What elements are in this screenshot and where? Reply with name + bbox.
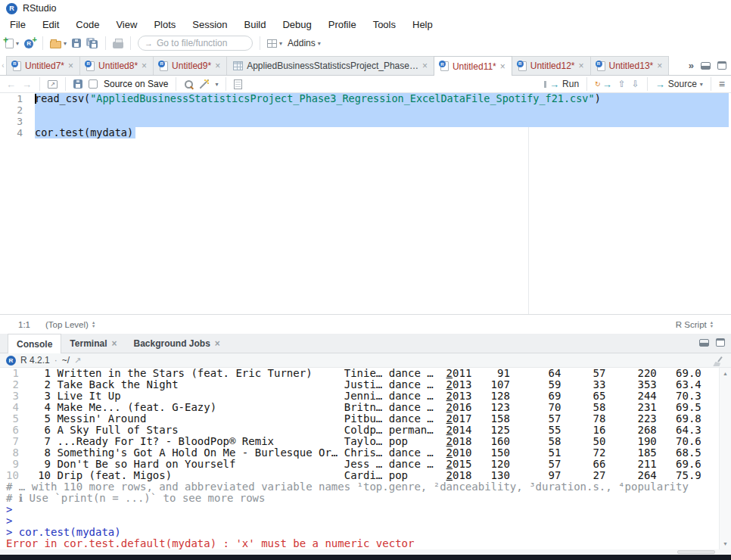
save-all-button[interactable] <box>86 38 98 48</box>
new-project-button[interactable]: R+ <box>24 39 36 48</box>
menu-item[interactable]: Plots <box>145 17 184 32</box>
line-number-gutter: 1 2 3 4 <box>0 93 30 138</box>
run-button[interactable]: →Run <box>544 79 579 90</box>
r-logo: R <box>6 356 16 366</box>
code-tools-icon[interactable] <box>200 79 209 89</box>
scroll-down-arrow[interactable]: ▼ <box>720 541 731 546</box>
save-all-icon <box>86 38 98 48</box>
new-file-button[interactable]: + ▾ <box>5 39 19 48</box>
console-output-row: 10 10 Drip (feat. Migos) Cardi… pop 2018… <box>6 470 719 481</box>
goto-file-function-box: → <box>138 36 253 51</box>
close-icon[interactable]: × <box>215 338 220 349</box>
menu-item[interactable]: Profile <box>320 17 365 32</box>
source-button[interactable]: →Source▾ <box>655 79 703 90</box>
menu-item[interactable]: Tools <box>365 17 404 32</box>
menu-item[interactable]: File <box>2 17 34 32</box>
minimize-pane-icon[interactable] <box>701 62 711 70</box>
r-script-icon: R <box>86 61 95 71</box>
go-to-previous-chunk-icon[interactable]: ⇧ <box>618 79 626 89</box>
r-script-icon: R <box>13 61 21 71</box>
editor-status-bar: 1:1 (Top Level) ▴▾ R Script ▴▾ <box>0 314 731 334</box>
file-type-selector[interactable]: R Script ▴▾ <box>676 320 713 329</box>
window-title: RStudio <box>23 3 56 14</box>
find-replace-icon[interactable] <box>184 79 194 89</box>
menu-item[interactable]: View <box>107 17 145 32</box>
save-button[interactable] <box>72 39 81 48</box>
close-icon[interactable]: × <box>657 61 662 71</box>
tab-untitled7[interactable]: RUntitled7*× <box>6 56 80 75</box>
tab-untitled9[interactable]: RUntitled9*× <box>153 56 227 75</box>
menu-item[interactable]: Session <box>184 17 235 32</box>
go-to-next-chunk-icon[interactable]: ⇩ <box>632 79 639 89</box>
scrollbar-thumb[interactable] <box>677 550 715 554</box>
taskbar <box>0 555 731 560</box>
maximize-pane-icon[interactable] <box>717 61 726 70</box>
toolbar-separator <box>105 36 106 50</box>
r-version: R 4.2.1 <box>20 355 50 366</box>
menu-item[interactable]: Debug <box>274 17 319 32</box>
chevron-down-icon[interactable]: ▾ <box>64 40 67 47</box>
menu-item[interactable]: Help <box>404 17 441 32</box>
panes-layout-button[interactable]: ▾ <box>267 39 282 48</box>
back-icon[interactable]: ← <box>6 79 16 90</box>
r-script-icon: R <box>597 61 605 71</box>
tab-terminal[interactable]: Terminal× <box>61 334 125 353</box>
forward-icon[interactable]: → <box>22 79 32 90</box>
scope-selector[interactable]: (Top Level) ▴▾ <box>45 320 95 329</box>
new-file-icon: + <box>5 39 14 48</box>
spreadsheet-icon <box>233 61 243 70</box>
tab-untitled12[interactable]: RUntitled12*× <box>512 56 591 75</box>
rerun-icon: ↻ <box>595 80 601 88</box>
r-script-icon: R <box>518 61 527 71</box>
menu-item[interactable]: Edit <box>34 17 67 32</box>
chevron-down-icon[interactable]: ▾ <box>16 40 19 47</box>
chevron-down-icon[interactable]: ▾ <box>215 81 218 88</box>
tab-overflow-button[interactable]: » <box>689 60 694 71</box>
console-output[interactable]: 1 1 Written in the Stars (feat. Eric Tur… <box>0 368 719 549</box>
open-in-new-icon[interactable]: ↗ <box>74 356 81 366</box>
cursor-position: 1:1 <box>18 320 30 329</box>
tab-console[interactable]: Console <box>8 334 61 353</box>
close-icon[interactable]: × <box>579 61 584 71</box>
open-in-new-window-icon[interactable]: ↗ <box>48 80 58 89</box>
save-icon[interactable] <box>73 79 82 89</box>
clear-console-icon[interactable] <box>711 356 722 366</box>
rstudio-window: R RStudio FileEditCodeViewPlotsSessionBu… <box>0 0 731 560</box>
working-directory[interactable]: ~/ <box>62 355 70 366</box>
print-button[interactable] <box>113 39 123 48</box>
maximize-pane-icon[interactable] <box>716 338 725 347</box>
console-horizontal-scrollbar[interactable] <box>0 549 731 555</box>
console-tab-strip: Console Terminal× Background Jobs× <box>0 334 731 353</box>
close-icon[interactable]: × <box>111 338 117 349</box>
code-editor[interactable]: 1 2 3 4 read_csv("AppliedBusinessStatist… <box>0 93 731 314</box>
console-output-row: 7 7 ...Ready For It? - BloodPop® Remix T… <box>6 436 719 447</box>
rerun-button[interactable]: ↻→ <box>595 79 612 90</box>
source-on-save-checkbox[interactable] <box>89 79 98 89</box>
compile-report-icon[interactable] <box>234 79 242 89</box>
goto-file-function-input[interactable] <box>157 38 246 48</box>
addins-button[interactable]: Addins ▾ <box>288 38 321 48</box>
menu-bar: FileEditCodeViewPlotsSessionBuildDebugPr… <box>0 17 731 32</box>
close-icon[interactable]: × <box>422 61 428 71</box>
console-vertical-scrollbar[interactable]: ▲ ▼ <box>719 368 731 549</box>
close-icon[interactable]: × <box>215 61 220 71</box>
tab-untitled13[interactable]: RUntitled13*× <box>590 56 670 75</box>
close-icon[interactable]: × <box>142 61 147 71</box>
console-output-row: 1 1 Written in the Stars (feat. Eric Tur… <box>6 368 719 379</box>
tab-data-viewer[interactable]: AppliedBusinessStatisticsProject_Phase…× <box>226 56 434 75</box>
console-prompt: > <box>6 504 719 515</box>
minimize-pane-icon[interactable] <box>699 339 709 347</box>
console-footer-line: # … with 110 more rows, and abbreviated … <box>6 481 719 493</box>
tab-untitled11[interactable]: RUntitled11*× <box>434 56 512 76</box>
document-outline-icon[interactable]: ≡ <box>719 78 725 90</box>
close-icon[interactable]: × <box>68 61 73 71</box>
open-file-button[interactable]: ▾ <box>50 39 67 48</box>
close-icon[interactable]: × <box>500 61 505 72</box>
tab-background-jobs[interactable]: Background Jobs× <box>125 334 228 353</box>
tab-untitled8[interactable]: RUntitled8*× <box>79 56 154 75</box>
code-line-1: read_csv("AppliedBusinessStatisticsProje… <box>35 93 731 104</box>
scroll-up-arrow[interactable]: ▲ <box>720 371 731 376</box>
chevron-down-icon[interactable]: ▾ <box>279 40 282 47</box>
menu-item[interactable]: Code <box>67 17 107 32</box>
menu-item[interactable]: Build <box>236 17 275 32</box>
